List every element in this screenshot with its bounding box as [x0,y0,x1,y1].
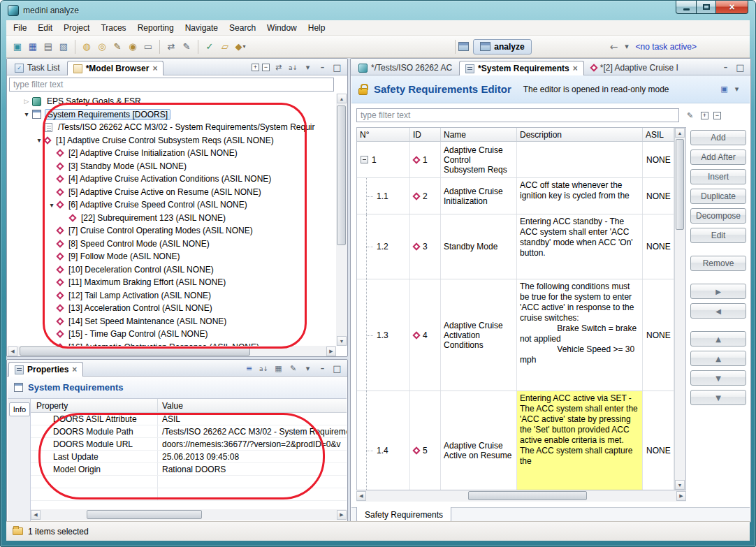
column-property[interactable]: Property [31,399,158,412]
edit-property-icon[interactable] [287,363,299,374]
requirement-row-1-3[interactable]: 1.3 4 Adaptive Cruise Activation Conditi… [357,279,674,391]
sort-alphabetical-icon[interactable] [287,61,299,73]
tree-item-req-9[interactable]: [9] Follow Mode (ASIL NONE) [8,250,336,263]
tree-item-system-requirements[interactable]: System Requirements [DOORS] [8,108,336,122]
maximize-editor-icon[interactable] [734,61,746,73]
scrollbar-thumb[interactable] [337,105,346,245]
column-asil[interactable]: ASIL [643,128,674,141]
minimize-view-icon[interactable] [317,61,328,73]
title-bar[interactable]: medini analyze [1,1,755,20]
add-after-button[interactable]: Add After [690,149,746,165]
save-icon[interactable] [26,40,40,54]
collapse-all-rows-icon[interactable]: − [713,112,721,119]
property-row-module-url[interactable]: DOORS Module URL doors://nemesis:36677/?… [31,438,347,451]
scrollbar-thumb[interactable] [676,139,684,230]
model-browser-filter-input[interactable] [9,78,334,92]
requirement-row-1-2[interactable]: 1.2 3 Standby Mode Entering ACC standby … [357,214,674,279]
close-tab-icon[interactable] [152,64,157,73]
menu-navigate[interactable]: Navigate [180,21,224,35]
menu-file[interactable]: File [8,21,32,35]
add-button[interactable]: Add [690,130,746,145]
requirement-row-1[interactable]: 1 1 Adaptive Cruise Control Subsystem Re… [357,142,674,178]
insert-button[interactable]: Insert [690,169,746,184]
tree-item-doors-module-path[interactable]: /Tests/ISO 26262 ACC M3/02 - System Requ… [8,121,336,134]
doc-edit-icon[interactable] [180,40,194,54]
column-id[interactable]: ID [410,128,441,141]
close-window-button[interactable] [716,1,748,14]
note-icon[interactable] [141,40,155,54]
tree-vertical-scrollbar[interactable]: ▲ ▼ [336,94,347,346]
move-bottom-button[interactable] [690,390,746,405]
requirements-filter-input[interactable] [356,108,679,122]
tree-item-req-14[interactable]: [14] Set Speed Maintenance (ASIL NONE) [8,315,336,328]
tab-task-list[interactable]: Task List [8,60,66,75]
expand-all-icon[interactable]: + [252,64,259,71]
task-dropdown-icon[interactable] [621,41,633,52]
tree-item-req-11[interactable]: [11] Maximum Braking Effort (ASIL NONE) [8,276,336,289]
scrollbar-thumb[interactable] [468,491,587,500]
property-row-module-path[interactable]: DOORS Module Path /Tests/ISO 26262 ACC M… [31,425,347,438]
minimize-editor-icon[interactable] [720,61,732,73]
property-row-asil-attribute[interactable]: DOORS ASIL Attribute ASIL [31,413,347,425]
filter-edit-icon[interactable] [684,110,696,122]
maximize-window-button[interactable] [697,1,716,14]
tree-item-req-4[interactable]: [4] Adaptive Cruise Activation Condition… [8,173,336,186]
edit-button[interactable]: Edit [690,228,746,243]
open-folder-icon[interactable] [218,40,232,54]
menu-traces[interactable]: Traces [95,21,131,35]
show-tree-icon[interactable] [243,363,255,374]
trace-icon[interactable] [164,40,178,54]
collapse-all-icon[interactable]: − [262,64,270,71]
collapse-arrow-icon[interactable] [22,110,31,118]
sort-icon[interactable] [258,363,270,374]
editor-actions-icon[interactable] [718,83,730,95]
minimize-view-icon[interactable] [317,363,328,374]
tab-system-requirements[interactable]: *System Requirements [459,61,584,75]
table-horizontal-scrollbar[interactable]: ◀ ▶ [356,490,686,502]
duplicate-button[interactable]: Duplicate [690,189,746,204]
back-arrow-icon[interactable] [607,40,621,54]
export-icon[interactable] [57,40,71,54]
tree-item-req-16[interactable]: [16] Automatic Obstruction Response (ASI… [8,341,336,347]
tree-item-req-10[interactable]: [10] Deceleration Control (ASIL NONE) [8,263,336,277]
column-value[interactable]: Value [158,399,347,412]
view-menu-icon[interactable] [302,61,314,73]
menu-edit[interactable]: Edit [32,21,58,35]
perspective-icon[interactable] [458,42,469,51]
maximize-view-icon[interactable] [331,363,343,374]
menu-search[interactable]: Search [224,21,261,35]
property-row-model-origin[interactable]: Model Origin Rational DOORS [31,463,347,476]
tree-item-req-5[interactable]: [5] Adaptive Cruise Active on Resume (AS… [8,186,336,199]
comment-edit-icon[interactable] [110,40,124,54]
tab-iso-26262-acc[interactable]: */Tests/ISO 26262 AC [352,60,458,75]
tab-properties[interactable]: Properties [8,362,83,377]
requirement-row-1-1[interactable]: 1.1 2 Adaptive Cruise Initialization ACC… [357,178,674,214]
properties-horizontal-scrollbar[interactable]: ◀ ▶ [31,509,347,520]
comment-add-icon[interactable] [126,40,140,54]
tree-horizontal-scrollbar[interactable]: ◀ ▶ [8,346,336,357]
validate-icon[interactable] [203,40,217,54]
tab-model-browser[interactable]: *Model Browser [67,61,164,75]
editor-menu-icon[interactable] [731,83,743,95]
move-top-button[interactable] [690,331,746,347]
column-description[interactable]: Description [517,128,643,141]
tree-item-req-7[interactable]: [7] Cruise Control Operating Modes (ASIL… [8,224,336,238]
tree-item-req-15[interactable]: [15] - Time Gap Control (ASIL NONE) [8,328,336,341]
new-model-icon[interactable] [10,40,24,54]
tree-item-req-3[interactable]: [3] Standby Mode (ASIL NONE) [8,160,336,173]
menu-help[interactable]: Help [303,21,331,35]
move-right-button[interactable] [690,284,746,299]
tree-item-req-2[interactable]: [2] Adaptive Cruise Initialization (ASIL… [8,147,336,160]
collapse-arrow-icon[interactable] [47,201,57,209]
print-icon[interactable] [41,40,55,54]
remove-button[interactable]: Remove [690,256,746,271]
move-left-button[interactable] [690,303,746,319]
table-vertical-scrollbar[interactable]: ▲ ▼ [674,128,685,490]
close-tab-icon[interactable] [72,365,77,374]
tab-safety-requirements[interactable]: Safety Requirements [356,507,451,523]
column-number[interactable]: N° [357,128,410,141]
close-tab-icon[interactable] [573,64,578,73]
tree-item-req-22[interactable]: [22] Subrequirement 123 (ASIL NONE) [8,212,336,225]
collapse-box-icon[interactable] [361,156,368,163]
expand-arrow-icon[interactable] [22,98,31,105]
